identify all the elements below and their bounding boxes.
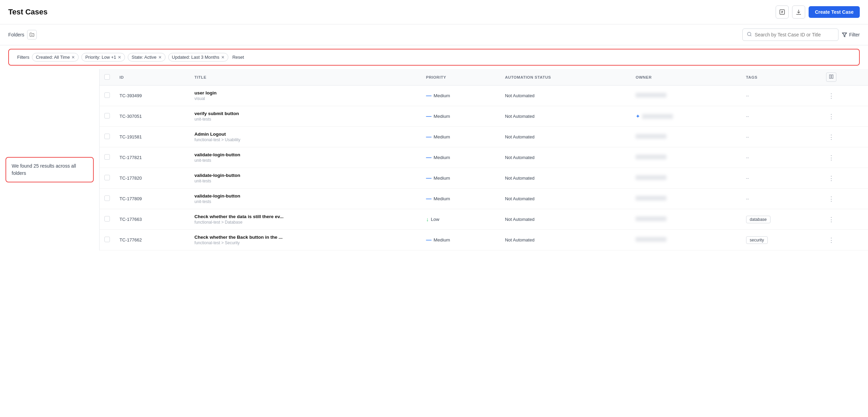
table-row: TC-177809 validate-login-button unit-tes… [100, 189, 868, 209]
create-test-case-button[interactable]: Create Test Case [809, 6, 860, 18]
test-case-subtitle: functional-test > Database [194, 220, 416, 225]
row-0-priority-cell: —Medium [421, 86, 500, 106]
row-3-tags-cell: -- [741, 147, 821, 168]
row-more-button[interactable]: ⋮ [826, 174, 836, 183]
row-5-owner-cell [631, 189, 741, 209]
filter-chip-updated-label: Updated: Last 3 Months [172, 55, 219, 60]
priority-label: Medium [434, 114, 450, 119]
priority-cell: —Medium [426, 176, 495, 181]
row-more-button[interactable]: ⋮ [826, 112, 836, 121]
row-3-priority-cell: —Medium [421, 147, 500, 168]
table-container: ID TITLE PRIORITY AUTOMATION STATUS OWNE… [100, 69, 868, 250]
row-1-automation-cell: Not Automated [500, 106, 631, 127]
filter-chip-state-close[interactable]: ✕ [158, 55, 162, 60]
table-row: TC-393499 user login visual —MediumNot A… [100, 86, 868, 106]
priority-label: Medium [434, 237, 450, 243]
row-more-button[interactable]: ⋮ [826, 194, 836, 203]
toolbar: Folders Filter [0, 24, 868, 45]
automation-status-label: Not Automated [505, 93, 535, 98]
row-7-owner-cell [631, 230, 741, 250]
row-checkbox-5[interactable] [104, 195, 110, 201]
folder-add-icon [30, 32, 34, 37]
search-input[interactable] [755, 32, 834, 37]
priority-label: Medium [434, 93, 450, 98]
row-0-owner-cell [631, 86, 741, 106]
test-case-subtitle: unit-tests [194, 179, 416, 183]
import-icon-button[interactable] [776, 5, 789, 19]
add-folder-button[interactable] [27, 30, 37, 40]
test-case-title: user login [194, 90, 416, 95]
row-checkbox-0[interactable] [104, 92, 110, 98]
filter-chip-priority[interactable]: Priority: Low +1 ✕ [81, 53, 125, 61]
sidebar: We found 25 results across all folders [0, 69, 100, 250]
select-all-checkbox[interactable] [104, 74, 110, 80]
row-2-more-cell: ⋮ [821, 127, 868, 147]
test-case-title: validate-login-button [194, 173, 416, 178]
svg-point-3 [747, 32, 751, 36]
filter-chip-priority-close[interactable]: ✕ [118, 55, 121, 60]
svg-rect-5 [830, 75, 831, 79]
table-row: TC-307051 verify submit button unit-test… [100, 106, 868, 127]
row-4-checkbox-cell [100, 168, 115, 189]
tags-empty: -- [746, 176, 749, 181]
row-more-button[interactable]: ⋮ [826, 215, 836, 224]
owner-avatar [642, 114, 673, 119]
row-more-button[interactable]: ⋮ [826, 133, 836, 142]
row-4-title-cell: validate-login-button unit-tests [190, 168, 421, 189]
row-7-more-cell: ⋮ [821, 230, 868, 250]
table-row: TC-177663 Check whether the data is stil… [100, 209, 868, 230]
row-7-id: TC-177662 [115, 230, 190, 250]
test-case-title: validate-login-button [194, 152, 416, 157]
columns-icon [829, 74, 834, 79]
test-case-id: TC-191581 [119, 134, 142, 139]
row-checkbox-1[interactable] [104, 113, 110, 119]
row-4-priority-cell: —Medium [421, 168, 500, 189]
filter-chip-created-label: Created: All Time [36, 55, 70, 60]
row-6-automation-cell: Not Automated [500, 209, 631, 230]
filter-chip-updated-close[interactable]: ✕ [221, 55, 225, 60]
filter-chip-state[interactable]: State: Active ✕ [128, 53, 165, 61]
filter-chip-created-close[interactable]: ✕ [71, 55, 75, 60]
reset-filters-button[interactable]: Reset [232, 55, 244, 60]
priority-cell: —Medium [426, 134, 495, 140]
test-case-id: TC-177821 [119, 155, 142, 160]
row-checkbox-4[interactable] [104, 175, 110, 180]
row-1-owner-cell: ✦ [631, 106, 741, 127]
row-3-id: TC-177821 [115, 147, 190, 168]
page-header: Test Cases Create Test Case [0, 0, 868, 24]
test-case-id: TC-307051 [119, 114, 142, 119]
priority-cell: —Medium [426, 114, 495, 119]
filter-chip-created[interactable]: Created: All Time ✕ [32, 53, 79, 61]
row-7-priority-cell: —Medium [421, 230, 500, 250]
row-1-more-cell: ⋮ [821, 106, 868, 127]
column-config-button[interactable] [826, 72, 836, 82]
row-1-tags-cell: -- [741, 106, 821, 127]
row-more-button[interactable]: ⋮ [826, 91, 836, 100]
download-icon-button[interactable] [792, 5, 805, 19]
row-more-button[interactable]: ⋮ [826, 153, 836, 162]
row-4-owner-cell [631, 168, 741, 189]
tag-chip: database [746, 216, 770, 223]
filter-button[interactable]: Filter [842, 32, 860, 37]
row-5-id: TC-177809 [115, 189, 190, 209]
row-3-automation-cell: Not Automated [500, 147, 631, 168]
row-6-checkbox-cell [100, 209, 115, 230]
row-checkbox-3[interactable] [104, 154, 110, 160]
th-checkbox [100, 69, 115, 86]
row-6-id: TC-177663 [115, 209, 190, 230]
priority-cell: —Medium [426, 196, 495, 202]
row-more-button[interactable]: ⋮ [826, 236, 836, 245]
ai-sparkle-icon: ✦ [636, 113, 640, 120]
test-case-id: TC-177820 [119, 176, 142, 181]
row-2-priority-cell: —Medium [421, 127, 500, 147]
row-5-priority-cell: —Medium [421, 189, 500, 209]
table-row: TC-177820 validate-login-button unit-tes… [100, 168, 868, 189]
owner-avatar [636, 196, 666, 201]
search-box[interactable] [742, 29, 838, 41]
row-checkbox-6[interactable] [104, 216, 110, 222]
filter-chip-updated[interactable]: Updated: Last 3 Months ✕ [168, 53, 228, 61]
priority-label: Medium [434, 155, 450, 160]
row-checkbox-7[interactable] [104, 237, 110, 242]
row-checkbox-2[interactable] [104, 134, 110, 139]
automation-status-label: Not Automated [505, 217, 535, 222]
